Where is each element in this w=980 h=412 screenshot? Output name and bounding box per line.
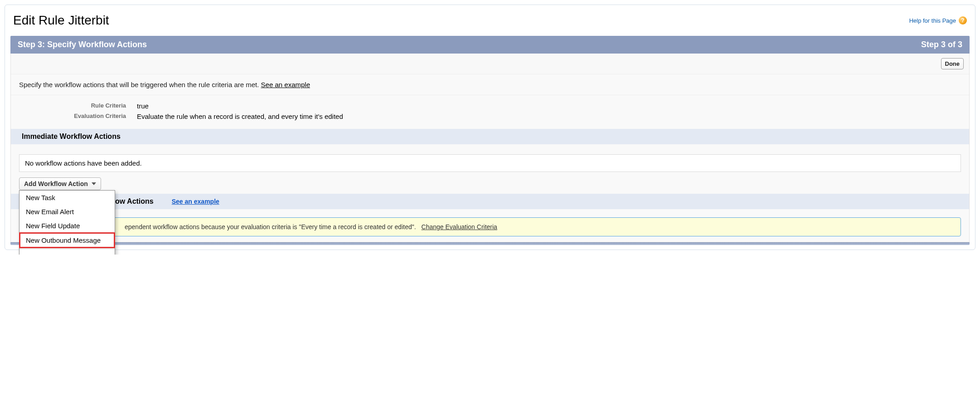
- button-bar: Done: [11, 54, 969, 74]
- evaluation-criteria-callout: ependent workflow actions because your e…: [19, 217, 961, 236]
- immediate-actions-title: Immediate Workflow Actions: [22, 132, 121, 141]
- chevron-down-icon: [92, 182, 96, 185]
- criteria-row: Rule Criteria true Evaluation Criteria E…: [11, 95, 969, 129]
- evaluation-criteria-label: Evaluation Criteria: [19, 113, 137, 120]
- menu-new-task[interactable]: New Task: [19, 191, 115, 205]
- menu-new-outbound-message[interactable]: New Outbound Message: [19, 232, 115, 248]
- step-header: Step 3: Specify Workflow Actions Step 3 …: [10, 36, 970, 54]
- evaluation-criteria-line: Evaluation Criteria Evaluate the rule wh…: [19, 111, 961, 122]
- step-indicator: Step 3 of 3: [921, 40, 962, 49]
- rule-criteria-line: Rule Criteria true: [19, 101, 961, 111]
- done-button[interactable]: Done: [941, 58, 964, 69]
- page-header: Edit Rule Jitterbit Help for this Page ?: [5, 10, 975, 36]
- time-dependent-actions-header: ow Actions See an example: [11, 194, 969, 209]
- step-title: Step 3: Specify Workflow Actions: [18, 40, 147, 49]
- immediate-actions-header: Immediate Workflow Actions: [11, 129, 969, 144]
- time-dependent-actions-title-fragment: ow Actions: [115, 197, 154, 206]
- rule-criteria-label: Rule Criteria: [19, 102, 137, 110]
- main-panel: Done Specify the workflow actions that w…: [10, 54, 970, 242]
- add-workflow-action-label: Add Workflow Action: [24, 180, 88, 187]
- no-actions-box: No workflow actions have been added.: [19, 154, 961, 172]
- panel-bottom-border: [10, 242, 970, 245]
- menu-separator: [19, 249, 115, 249]
- add-workflow-action-menu: New Task New Email Alert New Field Updat…: [19, 190, 115, 255]
- time-dependent-see-example-link[interactable]: See an example: [172, 198, 219, 205]
- page-title: Edit Rule Jitterbit: [13, 13, 109, 28]
- help-for-page-label: Help for this Page: [909, 17, 956, 24]
- change-evaluation-criteria-link[interactable]: Change Evaluation Criteria: [422, 223, 497, 231]
- time-dependent-actions-body: ependent workflow actions because your e…: [11, 209, 969, 242]
- rule-criteria-value: true: [137, 102, 149, 110]
- see-example-link[interactable]: See an example: [261, 81, 310, 88]
- menu-new-field-update[interactable]: New Field Update: [19, 219, 115, 233]
- help-icon: ?: [959, 16, 967, 25]
- immediate-actions-body: No workflow actions have been added. Add…: [11, 144, 969, 194]
- menu-new-email-alert[interactable]: New Email Alert: [19, 205, 115, 219]
- page-container: Edit Rule Jitterbit Help for this Page ?…: [5, 5, 975, 250]
- add-workflow-action-wrap: Add Workflow Action New Task New Email A…: [19, 177, 101, 190]
- intro-row: Specify the workflow actions that will b…: [11, 74, 969, 95]
- add-workflow-action-button[interactable]: Add Workflow Action: [19, 177, 101, 190]
- help-for-page-link[interactable]: Help for this Page ?: [909, 16, 967, 25]
- menu-select-existing-action[interactable]: Select Existing Action: [19, 250, 115, 255]
- intro-text: Specify the workflow actions that will b…: [19, 81, 261, 88]
- evaluation-criteria-value: Evaluate the rule when a record is creat…: [137, 113, 343, 120]
